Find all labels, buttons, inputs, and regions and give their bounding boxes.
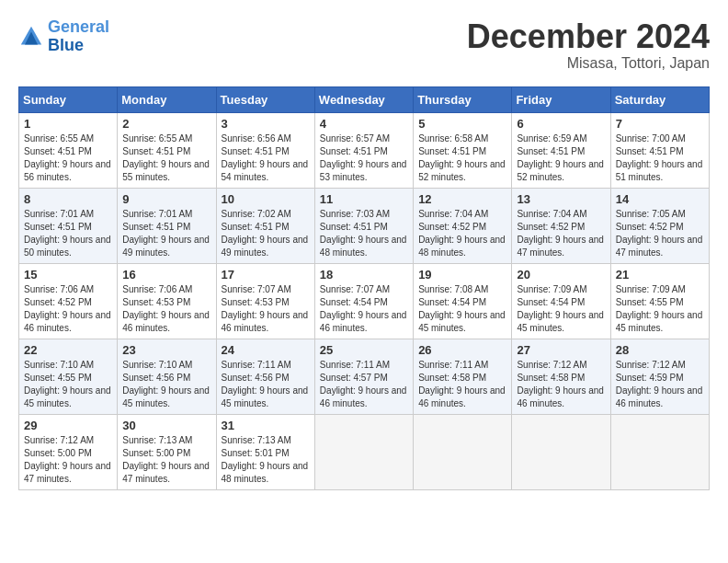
sunset-label: Sunset: 4:51 PM — [320, 146, 388, 156]
calendar-day-cell: 11 Sunrise: 7:03 AM Sunset: 4:51 PM Dayl… — [314, 188, 413, 263]
calendar-day-cell — [314, 414, 413, 489]
calendar-day-cell: 14 Sunrise: 7:05 AM Sunset: 4:52 PM Dayl… — [610, 188, 709, 263]
day-info: Sunrise: 6:58 AM Sunset: 4:51 PM Dayligh… — [418, 132, 506, 184]
day-number: 16 — [122, 268, 210, 282]
day-info: Sunrise: 7:11 AM Sunset: 4:58 PM Dayligh… — [418, 359, 506, 410]
weekday-header-sunday: Sunday — [19, 86, 118, 112]
calendar-day-cell: 17 Sunrise: 7:07 AM Sunset: 4:53 PM Dayl… — [216, 263, 314, 339]
sunset-label: Sunset: 4:51 PM — [24, 222, 92, 232]
sunset-label: Sunset: 4:51 PM — [517, 146, 585, 156]
sunset-label: Sunset: 4:51 PM — [320, 222, 388, 232]
calendar-day-cell: 30 Sunrise: 7:13 AM Sunset: 5:00 PM Dayl… — [118, 414, 216, 489]
day-info: Sunrise: 7:11 AM Sunset: 4:57 PM Dayligh… — [320, 359, 408, 410]
calendar-day-cell — [610, 414, 709, 489]
day-number: 20 — [517, 268, 605, 282]
day-number: 30 — [122, 419, 210, 432]
day-info: Sunrise: 7:04 AM Sunset: 4:52 PM Dayligh… — [418, 208, 506, 259]
day-info: Sunrise: 7:09 AM Sunset: 4:55 PM Dayligh… — [616, 283, 704, 335]
daylight-label: Daylight: 9 hours and 48 minutes. — [222, 461, 309, 484]
day-info: Sunrise: 7:12 AM Sunset: 4:59 PM Dayligh… — [616, 359, 704, 410]
sunrise-label: Sunrise: 7:01 AM — [24, 209, 94, 219]
sunrise-label: Sunrise: 7:06 AM — [24, 284, 94, 294]
daylight-label: Daylight: 9 hours and 53 minutes. — [320, 159, 407, 182]
daylight-label: Daylight: 9 hours and 45 minutes. — [222, 385, 309, 408]
day-number: 2 — [122, 117, 210, 131]
day-info: Sunrise: 7:02 AM Sunset: 4:51 PM Dayligh… — [222, 208, 310, 259]
sunrise-label: Sunrise: 7:12 AM — [517, 360, 586, 370]
calendar-day-cell: 9 Sunrise: 7:01 AM Sunset: 4:51 PM Dayli… — [118, 188, 216, 263]
day-info: Sunrise: 7:01 AM Sunset: 4:51 PM Dayligh… — [122, 208, 210, 259]
day-number: 3 — [222, 117, 310, 131]
sunrise-label: Sunrise: 7:09 AM — [616, 284, 686, 294]
sunset-label: Sunset: 4:51 PM — [222, 222, 290, 232]
day-number: 24 — [222, 343, 310, 357]
month-title: December 2024 — [467, 18, 710, 55]
daylight-label: Daylight: 9 hours and 56 minutes. — [24, 159, 111, 182]
calendar-day-cell: 25 Sunrise: 7:11 AM Sunset: 4:57 PM Dayl… — [314, 339, 413, 414]
sunrise-label: Sunrise: 7:12 AM — [616, 360, 686, 370]
sunset-label: Sunset: 4:56 PM — [122, 373, 190, 383]
sunrise-label: Sunrise: 7:07 AM — [320, 284, 390, 294]
daylight-label: Daylight: 9 hours and 45 minutes. — [24, 385, 111, 408]
sunrise-label: Sunrise: 7:13 AM — [122, 435, 192, 445]
calendar-day-cell: 12 Sunrise: 7:04 AM Sunset: 4:52 PM Dayl… — [414, 188, 512, 263]
calendar-day-cell: 4 Sunrise: 6:57 AM Sunset: 4:51 PM Dayli… — [314, 112, 413, 188]
sunset-label: Sunset: 4:51 PM — [122, 146, 190, 156]
day-number: 22 — [24, 343, 112, 357]
sunset-label: Sunset: 4:55 PM — [616, 297, 684, 307]
sunset-label: Sunset: 4:51 PM — [122, 222, 190, 232]
weekday-header-saturday: Saturday — [610, 86, 709, 112]
day-number: 10 — [222, 192, 310, 206]
daylight-label: Daylight: 9 hours and 52 minutes. — [418, 159, 506, 182]
sunset-label: Sunset: 4:58 PM — [517, 373, 585, 383]
sunrise-label: Sunrise: 7:01 AM — [122, 209, 192, 219]
day-info: Sunrise: 7:08 AM Sunset: 4:54 PM Dayligh… — [418, 283, 506, 335]
daylight-label: Daylight: 9 hours and 45 minutes. — [122, 385, 210, 408]
calendar-day-cell — [414, 414, 512, 489]
calendar-week-row: 22 Sunrise: 7:10 AM Sunset: 4:55 PM Dayl… — [19, 339, 710, 414]
calendar-day-cell: 26 Sunrise: 7:11 AM Sunset: 4:58 PM Dayl… — [414, 339, 512, 414]
daylight-label: Daylight: 9 hours and 46 minutes. — [122, 310, 210, 333]
weekday-header-monday: Monday — [118, 86, 216, 112]
daylight-label: Daylight: 9 hours and 55 minutes. — [122, 159, 210, 182]
day-number: 18 — [320, 268, 408, 282]
calendar-day-cell: 21 Sunrise: 7:09 AM Sunset: 4:55 PM Dayl… — [610, 263, 709, 339]
sunset-label: Sunset: 4:53 PM — [122, 297, 190, 307]
location: Misasa, Tottori, Japan — [467, 55, 710, 72]
calendar-day-cell: 16 Sunrise: 7:06 AM Sunset: 4:53 PM Dayl… — [118, 263, 216, 339]
day-info: Sunrise: 7:07 AM Sunset: 4:53 PM Dayligh… — [222, 283, 310, 335]
daylight-label: Daylight: 9 hours and 50 minutes. — [24, 235, 111, 258]
day-info: Sunrise: 7:07 AM Sunset: 4:54 PM Dayligh… — [320, 283, 408, 335]
sunrise-label: Sunrise: 6:55 AM — [122, 133, 192, 144]
day-number: 8 — [24, 192, 112, 206]
calendar-day-cell: 15 Sunrise: 7:06 AM Sunset: 4:52 PM Dayl… — [19, 263, 118, 339]
calendar-day-cell: 20 Sunrise: 7:09 AM Sunset: 4:54 PM Dayl… — [512, 263, 610, 339]
calendar-week-row: 29 Sunrise: 7:12 AM Sunset: 5:00 PM Dayl… — [19, 414, 710, 489]
calendar-day-cell: 23 Sunrise: 7:10 AM Sunset: 4:56 PM Dayl… — [118, 339, 216, 414]
day-info: Sunrise: 7:13 AM Sunset: 5:01 PM Dayligh… — [222, 434, 310, 486]
day-info: Sunrise: 7:01 AM Sunset: 4:51 PM Dayligh… — [24, 208, 112, 259]
page-header: General Blue December 2024 Misasa, Totto… — [18, 18, 710, 72]
day-number: 13 — [517, 192, 605, 206]
day-info: Sunrise: 6:56 AM Sunset: 4:51 PM Dayligh… — [222, 132, 310, 184]
day-info: Sunrise: 7:09 AM Sunset: 4:54 PM Dayligh… — [517, 283, 605, 335]
day-info: Sunrise: 7:06 AM Sunset: 4:52 PM Dayligh… — [24, 283, 112, 335]
day-number: 14 — [616, 192, 704, 206]
logo: General Blue — [18, 18, 109, 55]
daylight-label: Daylight: 9 hours and 46 minutes. — [616, 385, 703, 408]
daylight-label: Daylight: 9 hours and 46 minutes. — [320, 385, 407, 408]
calendar-day-cell: 6 Sunrise: 6:59 AM Sunset: 4:51 PM Dayli… — [512, 112, 610, 188]
sunrise-label: Sunrise: 7:11 AM — [418, 360, 488, 370]
day-number: 21 — [616, 268, 704, 282]
calendar-day-cell — [512, 414, 610, 489]
day-number: 19 — [418, 268, 506, 282]
calendar-day-cell: 7 Sunrise: 7:00 AM Sunset: 4:51 PM Dayli… — [610, 112, 709, 188]
sunrise-label: Sunrise: 7:03 AM — [320, 209, 390, 219]
sunset-label: Sunset: 4:51 PM — [222, 146, 290, 156]
sunrise-label: Sunrise: 7:10 AM — [24, 360, 94, 370]
sunset-label: Sunset: 4:51 PM — [418, 146, 486, 156]
sunset-label: Sunset: 4:52 PM — [517, 222, 585, 232]
sunset-label: Sunset: 4:56 PM — [222, 373, 290, 383]
sunrise-label: Sunrise: 7:13 AM — [222, 435, 291, 445]
logo-text: General Blue — [48, 18, 109, 55]
